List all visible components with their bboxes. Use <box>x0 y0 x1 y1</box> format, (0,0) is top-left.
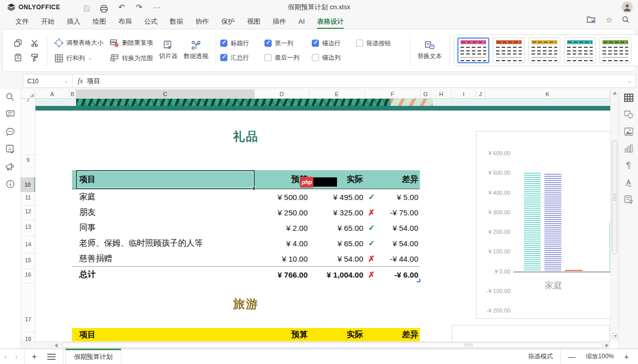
column-header-e[interactable]: E <box>309 89 365 98</box>
gift-table-total-row[interactable]: 总计¥ 766.00¥ 1,004.00✗-¥ 6.00 <box>72 266 420 282</box>
open-file-location-icon[interactable] <box>587 15 597 26</box>
horizontal-scroll-thumb[interactable] <box>62 342 603 348</box>
table-row[interactable]: 朋友¥ 250.00¥ 325.00✗-¥ 75.00 <box>72 205 420 220</box>
paste-icon[interactable] <box>10 50 26 65</box>
table-row[interactable]: 老师、保姆、临时照顾孩子的人等¥ 4.00¥ 65.00✓¥ 54.00 <box>72 235 420 251</box>
copy-icon[interactable] <box>10 36 26 50</box>
sheet-tab-active[interactable]: 假期预算计划 <box>65 349 121 364</box>
format-painter-icon[interactable] <box>26 50 43 65</box>
sheet-list-icon[interactable] <box>42 349 61 364</box>
chart-settings-icon[interactable] <box>623 143 634 154</box>
more-actions-button[interactable]: ··· <box>148 1 165 14</box>
checkbox-first-column[interactable]: 第一列 <box>264 39 312 48</box>
resize-table-button[interactable]: 调整表格大小 <box>51 36 107 49</box>
column-header-a[interactable]: A <box>36 89 69 98</box>
shape-settings-icon[interactable] <box>623 110 634 120</box>
scroll-down-icon[interactable] <box>612 333 617 338</box>
column-header-k[interactable]: K <box>485 89 610 98</box>
spellcheck-icon[interactable]: A <box>5 144 16 154</box>
text-art-settings-icon[interactable]: A <box>623 177 634 188</box>
row-header-17[interactable]: 17 <box>21 316 36 322</box>
table-style-pink[interactable] <box>457 38 489 63</box>
checkbox-last-column[interactable]: 最后一列 <box>264 53 312 62</box>
tab-collaboration[interactable]: 协作 <box>196 14 209 29</box>
info-icon[interactable] <box>5 179 16 189</box>
tab-protection[interactable]: 保护 <box>221 14 235 29</box>
table-style-orange[interactable] <box>493 38 525 63</box>
gift-bar-chart[interactable]: ¥ 600.00 ¥ 500.00 ¥ 400.00 ¥ 300.00 ¥ 20… <box>476 131 610 319</box>
paragraph-settings-icon[interactable]: ¶ <box>623 160 634 171</box>
selection-fill-handle[interactable] <box>252 187 256 190</box>
travel-chart-partial[interactable] <box>452 325 610 341</box>
vertical-scrollbar[interactable] <box>610 89 618 341</box>
tab-ai[interactable]: AI <box>298 15 305 28</box>
tab-draw[interactable]: 绘图 <box>93 14 106 29</box>
zoom-in-button[interactable]: + <box>619 352 634 361</box>
row-header-7[interactable]: 7 <box>21 99 36 103</box>
comments-icon[interactable] <box>5 109 16 119</box>
tab-view[interactable]: 视图 <box>247 14 260 29</box>
fx-icon[interactable]: fx <box>73 77 87 85</box>
table-row[interactable]: 同事¥ 2.00¥ 65.00✓¥ 54.00 <box>72 220 420 235</box>
row-header-15[interactable]: 15 <box>21 257 36 263</box>
filter-mode-label[interactable]: 筛选模式 <box>523 349 558 364</box>
cells-canvas[interactable]: 礼品 项目 预算 实际 差异 家庭¥ 500.00¥ 495.00✓¥ 5.00… <box>36 99 610 341</box>
vertical-scroll-thumb[interactable] <box>612 140 617 254</box>
search-icon[interactable] <box>5 92 16 102</box>
search-icon[interactable] <box>622 15 632 26</box>
tab-insert[interactable]: 插入 <box>67 14 80 29</box>
favorite-star-icon[interactable]: ☆ <box>604 15 614 26</box>
cut-icon[interactable] <box>26 36 43 50</box>
user-avatar[interactable] <box>622 2 633 13</box>
tab-plugins[interactable]: 插件 <box>273 14 286 29</box>
row-header-12[interactable]: 12 <box>21 208 36 214</box>
table-style-green[interactable] <box>599 38 631 63</box>
cell-name-box[interactable]: C10⌄ <box>23 75 73 87</box>
column-header-j[interactable]: J <box>476 89 485 98</box>
cell-settings-icon[interactable] <box>623 93 634 103</box>
chat-icon[interactable] <box>5 126 16 137</box>
column-header-d[interactable]: D <box>255 89 309 98</box>
row-header-13[interactable]: 13 <box>21 224 36 230</box>
convert-to-range-button[interactable]: 转换为范围 <box>107 51 156 65</box>
zoom-level-label[interactable]: 缩放100% <box>581 352 619 361</box>
pivot-table-button[interactable]: 数据透视 <box>181 39 211 62</box>
row-header-9[interactable]: 9 <box>21 157 36 163</box>
column-header-i[interactable]: I <box>452 89 476 98</box>
column-header-h[interactable]: H <box>431 89 452 98</box>
table-style-teal[interactable] <box>564 38 596 63</box>
row-header-18[interactable]: 18 <box>21 336 36 341</box>
table-resize-corner[interactable] <box>417 279 420 282</box>
row-header-10[interactable]: 10 <box>21 177 36 192</box>
replace-text-button[interactable]: 替换文本 <box>414 39 445 62</box>
table-row[interactable]: 家庭¥ 500.00¥ 495.00✓¥ 5.00 <box>72 189 420 205</box>
print-button[interactable] <box>95 2 113 13</box>
checkbox-banded-rows[interactable]: 镶边行 <box>312 39 356 48</box>
checkbox-total-row[interactable]: 汇总行 <box>220 53 264 62</box>
image-settings-icon[interactable] <box>623 126 634 137</box>
tab-file[interactable]: 文件 <box>15 14 29 29</box>
table-style-yellow[interactable] <box>528 38 560 63</box>
checkbox-banded-columns[interactable]: 镶边列 <box>312 53 356 62</box>
row-header-11[interactable]: 11 <box>21 194 36 201</box>
checkbox-filter-button[interactable]: 筛选按钮 <box>356 39 405 48</box>
rows-columns-button[interactable]: 行和列 ⌄ <box>51 51 107 65</box>
table-row[interactable]: 慈善捐赠¥ 10.00¥ 54.00✗-¥ 44.00 <box>72 251 420 266</box>
row-header-14[interactable]: 14 <box>21 241 36 247</box>
feedback-icon[interactable] <box>5 161 16 172</box>
checkbox-header-row[interactable]: 标题行 <box>220 39 264 48</box>
scroll-left-icon[interactable] <box>55 343 58 348</box>
tab-layout[interactable]: 布局 <box>118 14 132 29</box>
slicer-settings-icon[interactable] <box>623 194 634 205</box>
redo-button[interactable]: ↷ <box>130 1 148 14</box>
undo-button[interactable]: ↶ <box>113 1 130 14</box>
row-header-16[interactable]: 16 <box>21 271 36 278</box>
horizontal-scrollbar[interactable] <box>21 341 610 349</box>
formula-bar-expand-icon[interactable]: ⌄ <box>627 79 635 84</box>
column-header-c[interactable]: C <box>76 89 255 98</box>
tab-table-design[interactable]: 表格设计 <box>317 14 344 29</box>
prev-sheet-icon[interactable]: ‹ <box>0 352 11 361</box>
column-header-f[interactable]: F <box>365 89 420 98</box>
remove-duplicates-button[interactable]: 删除重复项 <box>107 36 156 49</box>
gallery-expand-icon[interactable]: ⌄ <box>635 48 638 53</box>
